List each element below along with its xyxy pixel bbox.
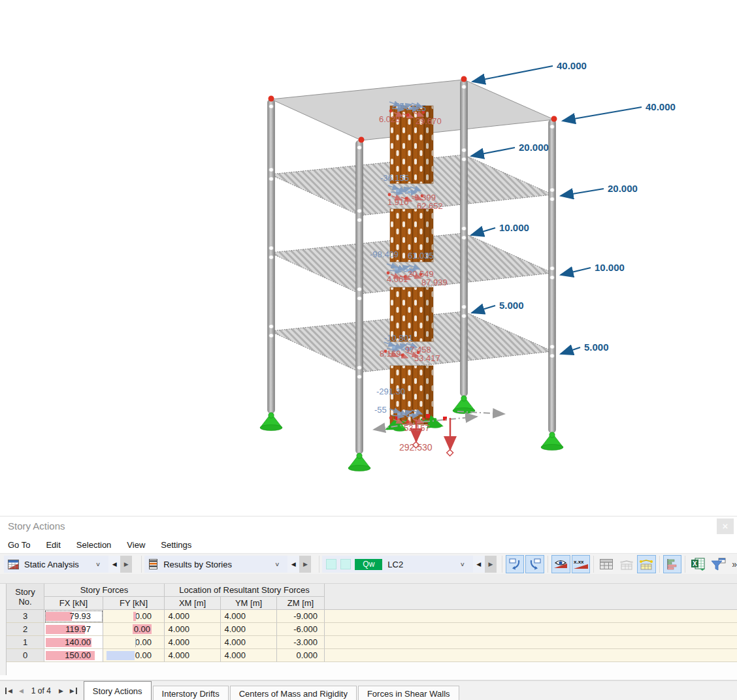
row-header-story-2[interactable]: 2	[7, 623, 44, 636]
toolbar-overflow-icon[interactable]: »	[732, 559, 737, 569]
cell-ym-story-0[interactable]: 4.000	[221, 649, 277, 662]
results-mode-combo[interactable]: Results by Stories ∨	[144, 556, 287, 573]
col-header-zm[interactable]: ZM [m]	[277, 597, 325, 610]
analysis-next-button[interactable]: ▶	[120, 556, 132, 573]
loadcase-prev-button[interactable]: ◀	[473, 556, 485, 573]
results-prev-button[interactable]: ◀	[287, 556, 299, 573]
tab-story-actions[interactable]: Story Actions	[84, 681, 152, 700]
table-empty-area	[0, 662, 737, 680]
chevron-down-icon: ∨	[270, 561, 284, 567]
col-header-xm[interactable]: XM [m]	[165, 597, 221, 610]
loadcase-color-swatch	[326, 559, 336, 569]
export-excel-button[interactable]: X	[689, 555, 708, 573]
col-header-fy[interactable]: FY [kN]	[103, 597, 165, 610]
load-case-combo[interactable]: Qw LC2 ∨	[322, 556, 472, 573]
analysis-prev-button[interactable]: ◀	[108, 556, 120, 573]
row-header-story-1[interactable]: 1	[7, 636, 44, 649]
menu-settings[interactable]: Settings	[153, 536, 199, 553]
undo-selection-button[interactable]	[506, 555, 525, 573]
svg-text:X: X	[693, 560, 697, 567]
pager-last-icon[interactable]: ▶	[70, 688, 77, 694]
menu-selection[interactable]: Selection	[69, 536, 119, 553]
show-result-values-button[interactable]: x.xx	[572, 555, 591, 573]
row-header-story-0[interactable]: 0	[7, 649, 44, 662]
row-header-story-3[interactable]: 3	[7, 610, 44, 623]
fy-bar-negative	[106, 651, 135, 660]
cell-xm-story-3[interactable]: 4.000	[165, 610, 221, 623]
col-header-fx[interactable]: FX [kN]	[44, 597, 103, 610]
cell-xm-story-0[interactable]: 4.000	[165, 649, 221, 662]
tab-forces-in-shear-walls[interactable]: Forces in Shear Walls	[358, 686, 459, 700]
cell-fx-story-0[interactable]: 150.00	[44, 649, 103, 662]
story-actions-table: Story No. Story Forces Location of Resul…	[0, 584, 737, 662]
fx-bar	[46, 612, 72, 621]
loadcase-next-button[interactable]: ▶	[485, 556, 497, 573]
cell-zm-story-2[interactable]: -6.000	[277, 623, 325, 636]
results-next-button[interactable]: ▶	[299, 556, 311, 573]
table-with-diagram-button[interactable]	[617, 555, 636, 573]
cell-fx-story-3[interactable]: 79.93	[44, 610, 103, 623]
menu-edit[interactable]: Edit	[38, 536, 68, 553]
row-selector-strip[interactable]	[0, 584, 7, 662]
force-label-red: 53.157	[404, 423, 430, 433]
force-label-blue: -98.409	[370, 249, 399, 259]
menu-view[interactable]: View	[119, 536, 153, 553]
tab-centers-of-mass-rigidity[interactable]: Centers of Mass and Rigidity	[230, 686, 357, 700]
header-filler	[325, 584, 737, 610]
static-analysis-icon	[8, 560, 19, 569]
cell-fy-story-3[interactable]: 0.00	[103, 610, 165, 623]
tab-interstory-drifts[interactable]: Interstory Drifts	[153, 686, 229, 700]
cell-zm-story-3[interactable]: -9.000	[277, 610, 325, 623]
force-label-red: 87.939	[421, 278, 448, 287]
analysis-type-combo[interactable]: Static Analysis ∨	[4, 556, 108, 573]
show-results-button[interactable]	[551, 555, 570, 573]
pager-next-icon[interactable]: ▶	[59, 688, 63, 694]
dimension-label: 5.000	[499, 300, 524, 311]
svg-text:x.xx: x.xx	[574, 559, 584, 565]
pager-prev-icon[interactable]: ◀	[19, 688, 24, 694]
cell-zm-story-1[interactable]: -3.000	[277, 636, 325, 649]
cell-ym-story-3[interactable]: 4.000	[221, 610, 277, 623]
cell-ym-story-1[interactable]: 4.000	[221, 636, 277, 649]
results-mode-label: Results by Stories	[163, 560, 232, 569]
panel-titlebar: Story Actions ×	[0, 517, 737, 536]
filter-funnel-icon	[710, 558, 726, 571]
menu-bar: Go To Edit Selection View Settings	[0, 536, 737, 553]
undo-arrow-icon	[508, 558, 521, 571]
table-pager: ◀ ◀ 1 of 4 ▶ ▶	[0, 681, 84, 700]
bar-chart-icon	[666, 558, 679, 570]
dimension-label: 5.000	[584, 342, 609, 353]
force-label-blue: -10.801	[384, 333, 413, 343]
pager-first-icon[interactable]: ◀	[5, 688, 12, 694]
cell-zm-story-0[interactable]: 0.000	[277, 649, 325, 662]
col-header-ym[interactable]: YM [m]	[221, 597, 277, 610]
cell-fy-story-0[interactable]: 0.00	[103, 649, 165, 662]
result-diagrams-button[interactable]	[663, 555, 682, 573]
cell-xm-story-2[interactable]: 4.000	[165, 623, 221, 636]
loadcase-color-swatch	[340, 559, 351, 569]
3d-model-viewport[interactable]: 40.000 40.000 20.000 20.000 10.000 10.00…	[0, 0, 737, 516]
result-tabs: Story Actions Interstory Drifts Centers …	[84, 681, 461, 700]
cell-ym-story-2[interactable]: 4.000	[221, 623, 277, 636]
redo-selection-button[interactable]	[525, 555, 544, 573]
cell-fy-story-2[interactable]: 0.00	[103, 623, 165, 636]
eye-results-icon	[553, 558, 568, 570]
filter-button[interactable]	[709, 555, 728, 573]
table-diagram-gray-icon	[620, 559, 633, 570]
dimension-label: 20.000	[608, 183, 638, 194]
menu-go-to[interactable]: Go To	[0, 536, 38, 553]
excel-export-icon: X	[691, 558, 705, 571]
cell-xm-story-1[interactable]: 4.000	[165, 636, 221, 649]
close-icon[interactable]: ×	[717, 518, 734, 534]
cell-fy-story-1[interactable]: 0.00	[103, 636, 165, 649]
fy-bar	[133, 612, 136, 621]
cell-fx-story-2[interactable]: 119.97	[44, 623, 103, 636]
loadcase-label: LC2	[387, 560, 403, 569]
table-view-button[interactable]	[597, 555, 616, 573]
chevron-down-icon: ∨	[91, 561, 105, 567]
force-label-blue: -291.30	[376, 387, 405, 396]
force-label-blue: -125	[409, 103, 426, 113]
table-with-values-button[interactable]	[637, 555, 656, 573]
cell-fx-story-1[interactable]: 140.00	[44, 636, 103, 649]
application-window: 40.000 40.000 20.000 20.000 10.000 10.00…	[0, 0, 737, 700]
